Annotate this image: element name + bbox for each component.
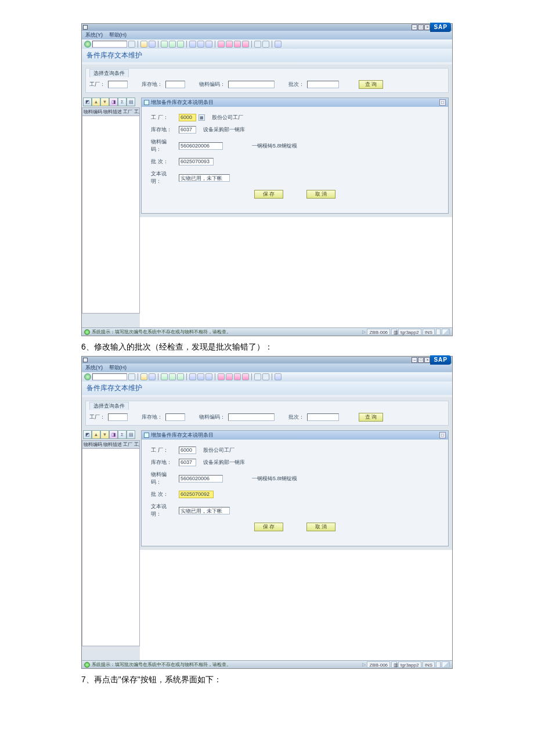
filter-batch-input[interactable] (307, 81, 339, 88)
grid-tool-sortasc-icon[interactable]: ▲ (92, 430, 100, 439)
status-resize-handle[interactable] (442, 661, 450, 668)
window-maximize-button[interactable]: □ (418, 357, 424, 363)
filter-material-input[interactable] (228, 413, 275, 421)
grid-tool-sortasc-icon[interactable]: ▲ (92, 98, 100, 106)
enter-icon[interactable] (84, 373, 91, 380)
command-field[interactable] (92, 373, 127, 380)
grid-tool-detail-icon[interactable]: ◩ (83, 98, 92, 106)
layout-icon[interactable] (254, 41, 261, 48)
next-page-icon[interactable] (226, 41, 233, 48)
help-icon[interactable] (275, 373, 282, 380)
query-button[interactable]: 查 询 (359, 413, 383, 422)
find-next-icon[interactable] (197, 41, 204, 48)
grid-tool-export-icon[interactable]: ▤ (127, 98, 135, 106)
dialog-cancel-button[interactable]: 取 消 (306, 190, 335, 199)
first-page-icon[interactable] (205, 373, 212, 380)
cancel-icon[interactable] (169, 41, 176, 48)
enter-icon[interactable] (84, 41, 91, 48)
print-icon[interactable] (177, 373, 184, 380)
grid-tool-sum-icon[interactable]: Σ (118, 430, 127, 439)
dropdown-icon[interactable] (128, 41, 135, 48)
menu-help[interactable]: 帮助(H) (109, 32, 127, 38)
dlg-material-input[interactable]: 5606020006 (179, 475, 223, 483)
filter-storage-input[interactable] (165, 413, 185, 421)
last-page-icon[interactable] (234, 373, 241, 380)
new-session-icon[interactable] (242, 41, 249, 48)
window-menu-icon[interactable] (83, 25, 88, 30)
dialog-close-button[interactable]: □ (439, 432, 446, 438)
grid-tool-sum-icon[interactable]: Σ (118, 98, 127, 106)
find-next-icon[interactable] (197, 373, 204, 380)
window-minimize-button[interactable]: – (412, 24, 417, 30)
dlg-text-input[interactable]: 实物已用，未下帐 (179, 507, 230, 514)
dlg-batch-input[interactable]: 6025070093 (179, 158, 214, 165)
shortcut-icon[interactable] (262, 373, 269, 380)
new-session-icon[interactable] (242, 373, 249, 380)
window-close-button[interactable]: × (424, 357, 430, 363)
dlg-batch-input[interactable]: 6025070092 (179, 491, 214, 498)
last-page-icon[interactable] (234, 41, 241, 48)
help-icon[interactable] (275, 41, 282, 48)
grid-tool-export-icon[interactable]: ▤ (127, 430, 135, 439)
back-icon[interactable] (149, 373, 156, 380)
print-icon[interactable] (177, 41, 184, 48)
menu-system[interactable]: 系统(Y) (85, 32, 103, 38)
add-text-dialog: 增加备件库存文本说明条目 □ 工 厂： 6000 ▦ 股份公司工厂 库存地： 6… (141, 98, 449, 214)
save-icon[interactable] (140, 41, 147, 48)
status-layout-icon[interactable]: ▥ (391, 661, 397, 668)
window-menu-icon[interactable] (83, 358, 88, 362)
dialog-save-button[interactable]: 保 存 (254, 190, 283, 199)
grid-tool-sortdesc-icon[interactable]: ▼ (100, 430, 109, 439)
window-minimize-button[interactable]: – (412, 357, 417, 363)
filter-plant-input[interactable] (108, 413, 128, 421)
back-icon[interactable] (149, 41, 156, 48)
dialog-close-button[interactable]: □ (439, 99, 446, 106)
sap-logo: SAP (430, 23, 451, 32)
shortcut-icon[interactable] (262, 41, 269, 48)
dlg-label-plant: 工 厂： (151, 114, 175, 121)
window-close-button[interactable]: × (424, 24, 430, 30)
window-maximize-button[interactable]: □ (418, 24, 424, 30)
query-button[interactable]: 查 询 (359, 80, 383, 89)
dialog-save-button[interactable]: 保 存 (254, 523, 283, 531)
dlg-plant-input[interactable]: 6000 (179, 447, 196, 454)
layout-icon[interactable] (254, 373, 261, 380)
command-field[interactable] (92, 41, 127, 48)
f4-help-icon[interactable]: ▦ (199, 114, 205, 121)
filter-plant-input[interactable] (108, 81, 128, 88)
first-page-icon[interactable] (205, 41, 212, 48)
dlg-storage-input[interactable]: 6037 (179, 126, 196, 134)
grid-tool-sortdesc-icon[interactable]: ▼ (100, 98, 109, 106)
dlg-text-input[interactable]: 实物已用，未下帐 (179, 174, 230, 182)
dialog-cancel-button[interactable]: 取 消 (306, 523, 335, 531)
find-icon[interactable] (189, 373, 196, 380)
filter-storage-input[interactable] (165, 81, 185, 88)
next-page-icon[interactable] (226, 373, 233, 380)
grid-tool-filter-icon[interactable]: ◨ (109, 98, 118, 106)
status-layout-icon[interactable]: ▥ (391, 329, 397, 335)
cancel-icon[interactable] (169, 373, 176, 380)
find-icon[interactable] (189, 41, 196, 48)
filter-tab: 选择查询条件 (89, 402, 129, 410)
dropdown-icon[interactable] (128, 373, 135, 380)
save-icon[interactable] (140, 373, 147, 380)
dlg-material-input[interactable]: 5606020006 (179, 142, 223, 150)
menu-help[interactable]: 帮助(H) (109, 365, 127, 370)
filter-batch-input[interactable] (307, 413, 339, 421)
exit-icon[interactable] (161, 41, 168, 48)
dlg-plant-input[interactable]: 6000 (179, 114, 196, 121)
grid-body[interactable] (82, 449, 140, 646)
exit-icon[interactable] (161, 373, 168, 380)
dlg-storage-input[interactable]: 6037 (179, 459, 196, 466)
menu-system[interactable]: 系统(Y) (85, 365, 103, 370)
grid-body[interactable] (82, 116, 140, 314)
grid-tool-filter-icon[interactable]: ◨ (109, 430, 118, 439)
menu-bar: 系统(Y) 帮助(H) (82, 31, 452, 39)
status-resize-handle[interactable] (442, 329, 450, 335)
grid-tool-detail-icon[interactable]: ◩ (83, 430, 92, 439)
status-success-icon (84, 662, 90, 668)
dlg-label-material: 物料编码： (151, 138, 175, 153)
filter-material-input[interactable] (228, 81, 275, 88)
prev-page-icon[interactable] (218, 41, 225, 48)
prev-page-icon[interactable] (218, 373, 225, 380)
